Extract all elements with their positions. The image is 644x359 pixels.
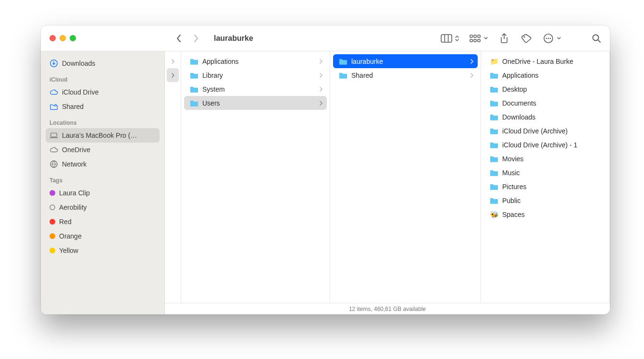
group-by-control[interactable]	[469, 32, 489, 45]
sidebar-tag-orange[interactable]: Orange	[46, 229, 160, 243]
columns-view-icon	[440, 32, 453, 45]
svg-rect-3	[470, 35, 472, 37]
file-row[interactable]: Applications	[184, 54, 327, 68]
folder-icon	[490, 169, 498, 177]
column-view: ApplicationsLibrarySystemUsers lauraburk…	[165, 51, 610, 314]
folder-icon	[190, 58, 198, 65]
shared-folder-icon	[50, 102, 58, 111]
folder-icon	[190, 85, 198, 93]
sidebar-item-network[interactable]: Network	[46, 157, 160, 171]
folder-icon	[190, 99, 198, 107]
file-label: System	[202, 85, 315, 93]
sidebar-item-label: Laura’s MacBook Pro (…	[62, 132, 137, 139]
window-title: lauraburke	[214, 34, 253, 43]
file-row[interactable]: Library	[184, 68, 327, 82]
toolbar: lauraburke	[41, 25, 610, 51]
root-row[interactable]	[167, 68, 179, 82]
file-row[interactable]: Pictures	[484, 180, 607, 193]
file-row[interactable]: 📁OneDrive - Laura Burke	[484, 54, 607, 68]
column-root[interactable]	[165, 51, 181, 303]
file-label: Music	[502, 169, 603, 177]
svg-rect-8	[478, 39, 480, 42]
svg-rect-7	[478, 35, 480, 37]
file-row[interactable]: Public	[484, 193, 607, 207]
file-label: Downloads	[502, 113, 603, 121]
column-3[interactable]: 📁OneDrive - Laura BurkeApplicationsDeskt…	[481, 51, 610, 303]
file-row[interactable]: Downloads	[484, 110, 607, 124]
chevron-right-icon	[319, 87, 323, 92]
file-label: Library	[202, 72, 315, 79]
file-row[interactable]: System	[184, 82, 327, 96]
minimize-window[interactable]	[60, 35, 66, 41]
svg-point-12	[548, 37, 549, 39]
file-row[interactable]: iCloud Drive (Archive)	[484, 124, 607, 138]
file-label: iCloud Drive (Archive) - 1	[502, 141, 603, 149]
file-label: OneDrive - Laura Burke	[502, 58, 603, 65]
share-button[interactable]	[497, 32, 511, 45]
root-row[interactable]	[167, 54, 179, 68]
search-button[interactable]	[590, 32, 603, 45]
tags-button[interactable]	[520, 32, 533, 45]
forward-button[interactable]	[189, 31, 203, 46]
svg-line-15	[598, 40, 600, 42]
svg-rect-0	[441, 35, 452, 42]
file-row[interactable]: Desktop	[484, 82, 607, 96]
column-1[interactable]: ApplicationsLibrarySystemUsers	[181, 51, 330, 303]
globe-icon	[50, 160, 58, 168]
sidebar-tag-aerobility[interactable]: Aerobility	[46, 200, 160, 215]
window-body: Downloads iCloud iCloud Drive Shared Loc…	[41, 51, 610, 314]
sidebar-item-icloud-drive[interactable]: iCloud Drive	[46, 85, 160, 99]
download-circle-icon	[50, 59, 58, 68]
sidebar-item-this-mac[interactable]: Laura’s MacBook Pro (…	[46, 128, 160, 143]
chevron-right-icon	[319, 73, 323, 78]
file-label: Documents	[502, 99, 603, 107]
svg-point-11	[546, 37, 547, 39]
more-actions-button[interactable]	[542, 32, 562, 45]
sidebar-header-icloud: iCloud	[46, 71, 160, 85]
back-button[interactable]	[172, 31, 186, 46]
file-row[interactable]: Documents	[484, 96, 607, 110]
file-row[interactable]: Music	[484, 166, 607, 180]
chevron-right-icon	[470, 59, 474, 64]
fullscreen-window[interactable]	[70, 35, 76, 41]
sidebar-item-label: Laura Clip	[59, 189, 90, 197]
file-label: Applications	[202, 58, 315, 65]
file-row[interactable]: Users	[184, 96, 327, 110]
file-row[interactable]: Shared	[333, 68, 478, 82]
sidebar-item-label: Yellow	[59, 247, 78, 254]
view-mode-control[interactable]	[440, 32, 460, 45]
svg-rect-18	[51, 133, 57, 137]
file-row[interactable]: 🐝Spaces	[484, 207, 607, 221]
window-controls	[41, 35, 76, 41]
group-icon	[469, 32, 482, 45]
sidebar-favorite-downloads[interactable]: Downloads	[46, 56, 160, 71]
folder-icon	[490, 99, 498, 107]
tag-ring-icon	[50, 204, 55, 210]
tag-dot-icon	[50, 190, 55, 196]
file-row[interactable]: lauraburke	[333, 54, 478, 68]
file-label: Public	[502, 197, 603, 204]
file-label: Movies	[502, 155, 603, 163]
tag-dot-icon	[50, 248, 55, 253]
sidebar-tag-yellow[interactable]: Yellow	[46, 243, 160, 258]
folder-icon	[490, 113, 498, 121]
toolbar-sidebar-region	[41, 35, 165, 41]
file-row[interactable]: iCloud Drive (Archive) - 1	[484, 138, 607, 152]
folder-icon	[190, 72, 198, 79]
close-window[interactable]	[50, 35, 56, 41]
sidebar: Downloads iCloud iCloud Drive Shared Loc…	[41, 51, 165, 314]
sidebar-item-label: OneDrive	[62, 146, 90, 154]
cloud-outline-icon	[50, 145, 58, 154]
folder-icon	[490, 141, 498, 149]
finder-window: lauraburke	[41, 25, 610, 314]
sidebar-item-label: Network	[62, 160, 87, 168]
folder-icon	[339, 58, 347, 65]
svg-point-9	[524, 36, 525, 37]
sidebar-item-onedrive[interactable]: OneDrive	[46, 143, 160, 157]
file-row[interactable]: Movies	[484, 152, 607, 166]
file-row[interactable]: Applications	[484, 68, 607, 82]
column-2[interactable]: lauraburkeShared	[330, 51, 481, 303]
sidebar-tag-red[interactable]: Red	[46, 215, 160, 229]
sidebar-tag-laura-clip[interactable]: Laura Clip	[46, 186, 160, 200]
sidebar-item-shared[interactable]: Shared	[46, 99, 160, 114]
